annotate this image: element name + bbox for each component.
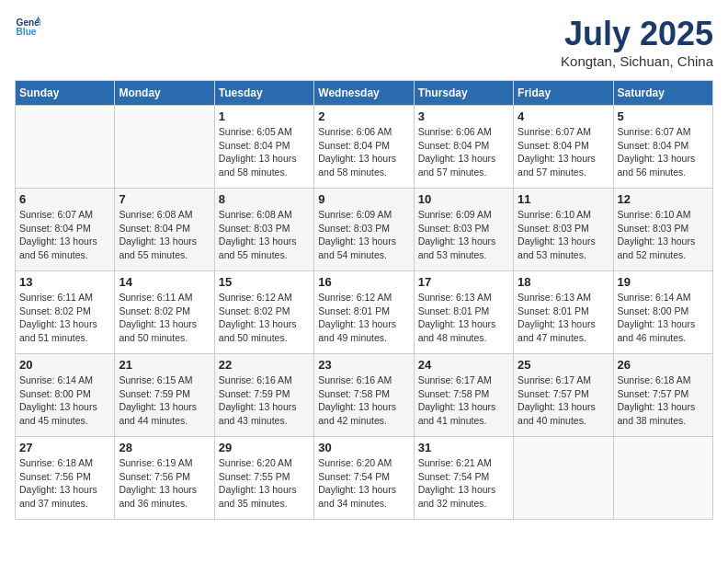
week-row-2: 6 Sunrise: 6:07 AMSunset: 8:04 PMDayligh…: [16, 189, 713, 271]
day-info: Sunrise: 6:09 AMSunset: 8:03 PMDaylight:…: [418, 209, 496, 260]
day-number: 12: [618, 192, 709, 206]
day-info: Sunrise: 6:18 AMSunset: 7:56 PMDaylight:…: [19, 457, 97, 509]
day-cell: 1 Sunrise: 6:05 AMSunset: 8:04 PMDayligh…: [214, 106, 313, 189]
day-info: Sunrise: 6:10 AMSunset: 8:03 PMDaylight:…: [618, 209, 696, 260]
day-info: Sunrise: 6:14 AMSunset: 8:00 PMDaylight:…: [19, 374, 97, 426]
day-number: 2: [318, 109, 409, 123]
day-number: 7: [119, 192, 210, 206]
day-cell: 29 Sunrise: 6:20 AMSunset: 7:55 PMDaylig…: [214, 437, 313, 520]
day-number: 14: [119, 275, 210, 289]
day-info: Sunrise: 6:06 AMSunset: 8:04 PMDaylight:…: [318, 126, 396, 178]
day-cell: 4 Sunrise: 6:07 AMSunset: 8:04 PMDayligh…: [514, 106, 613, 189]
day-info: Sunrise: 6:21 AMSunset: 7:54 PMDaylight:…: [418, 457, 496, 509]
day-cell: 12 Sunrise: 6:10 AMSunset: 8:03 PMDaylig…: [613, 189, 712, 271]
day-info: Sunrise: 6:07 AMSunset: 8:04 PMDaylight:…: [19, 209, 97, 260]
day-info: Sunrise: 6:13 AMSunset: 8:01 PMDaylight:…: [418, 292, 496, 343]
day-number: 8: [219, 192, 310, 206]
day-cell: 16 Sunrise: 6:12 AMSunset: 8:01 PMDaylig…: [314, 271, 414, 354]
day-cell: 3 Sunrise: 6:06 AMSunset: 8:04 PMDayligh…: [414, 106, 513, 189]
day-info: Sunrise: 6:15 AMSunset: 7:59 PMDaylight:…: [119, 374, 197, 426]
logo: General Blue: [15, 15, 40, 40]
day-cell: 15 Sunrise: 6:12 AMSunset: 8:02 PMDaylig…: [214, 271, 313, 354]
day-cell: 5 Sunrise: 6:07 AMSunset: 8:04 PMDayligh…: [613, 106, 712, 189]
day-info: Sunrise: 6:18 AMSunset: 7:57 PMDaylight:…: [618, 374, 696, 426]
day-number: 4: [518, 109, 609, 123]
day-info: Sunrise: 6:07 AMSunset: 8:04 PMDaylight:…: [518, 126, 596, 178]
day-info: Sunrise: 6:11 AMSunset: 8:02 PMDaylight:…: [19, 292, 97, 343]
day-number: 21: [119, 358, 210, 372]
day-number: 11: [518, 192, 609, 206]
day-number: 18: [518, 275, 609, 289]
day-cell: 9 Sunrise: 6:09 AMSunset: 8:03 PMDayligh…: [314, 189, 414, 271]
day-number: 26: [618, 358, 709, 372]
day-cell: 21 Sunrise: 6:15 AMSunset: 7:59 PMDaylig…: [115, 354, 214, 437]
month-title: July 2025: [561, 15, 713, 53]
day-cell: 8 Sunrise: 6:08 AMSunset: 8:03 PMDayligh…: [214, 189, 313, 271]
day-cell: 11 Sunrise: 6:10 AMSunset: 8:03 PMDaylig…: [514, 189, 613, 271]
title-block: July 2025 Kongtan, Sichuan, China: [561, 15, 713, 69]
day-cell: 17 Sunrise: 6:13 AMSunset: 8:01 PMDaylig…: [414, 271, 513, 354]
calendar-body: 1 Sunrise: 6:05 AMSunset: 8:04 PMDayligh…: [16, 106, 713, 520]
day-cell: 7 Sunrise: 6:08 AMSunset: 8:04 PMDayligh…: [115, 189, 214, 271]
day-cell: 24 Sunrise: 6:17 AMSunset: 7:58 PMDaylig…: [414, 354, 513, 437]
day-info: Sunrise: 6:08 AMSunset: 8:04 PMDaylight:…: [119, 209, 197, 260]
week-row-1: 1 Sunrise: 6:05 AMSunset: 8:04 PMDayligh…: [16, 106, 713, 189]
calendar-table: SundayMondayTuesdayWednesdayThursdayFrid…: [15, 80, 713, 520]
day-number: 22: [219, 358, 310, 372]
day-number: 16: [318, 275, 409, 289]
day-cell: [613, 437, 712, 520]
day-number: 29: [219, 441, 310, 454]
day-number: 19: [618, 275, 709, 289]
day-number: 13: [19, 275, 110, 289]
day-info: Sunrise: 6:14 AMSunset: 8:00 PMDaylight:…: [618, 292, 696, 343]
day-cell: 31 Sunrise: 6:21 AMSunset: 7:54 PMDaylig…: [414, 437, 513, 520]
weekday-sunday: Sunday: [16, 81, 115, 106]
day-cell: 23 Sunrise: 6:16 AMSunset: 7:58 PMDaylig…: [314, 354, 414, 437]
day-info: Sunrise: 6:08 AMSunset: 8:03 PMDaylight:…: [219, 209, 297, 260]
day-cell: 18 Sunrise: 6:13 AMSunset: 8:01 PMDaylig…: [514, 271, 613, 354]
day-info: Sunrise: 6:17 AMSunset: 7:57 PMDaylight:…: [518, 374, 596, 426]
day-number: 20: [19, 358, 110, 372]
day-cell: 22 Sunrise: 6:16 AMSunset: 7:59 PMDaylig…: [214, 354, 313, 437]
day-info: Sunrise: 6:20 AMSunset: 7:55 PMDaylight:…: [219, 457, 297, 509]
day-cell: 13 Sunrise: 6:11 AMSunset: 8:02 PMDaylig…: [16, 271, 115, 354]
weekday-tuesday: Tuesday: [214, 81, 313, 106]
day-info: Sunrise: 6:05 AMSunset: 8:04 PMDaylight:…: [219, 126, 297, 178]
logo-icon: General Blue: [15, 15, 40, 40]
day-info: Sunrise: 6:12 AMSunset: 8:02 PMDaylight:…: [219, 292, 297, 343]
day-info: Sunrise: 6:17 AMSunset: 7:58 PMDaylight:…: [418, 374, 496, 426]
weekday-monday: Monday: [115, 81, 214, 106]
day-number: 25: [518, 358, 609, 372]
day-cell: 10 Sunrise: 6:09 AMSunset: 8:03 PMDaylig…: [414, 189, 513, 271]
svg-text:Blue: Blue: [17, 27, 37, 37]
day-cell: 20 Sunrise: 6:14 AMSunset: 8:00 PMDaylig…: [16, 354, 115, 437]
weekday-saturday: Saturday: [613, 81, 712, 106]
week-row-4: 20 Sunrise: 6:14 AMSunset: 8:00 PMDaylig…: [16, 354, 713, 437]
day-info: Sunrise: 6:12 AMSunset: 8:01 PMDaylight:…: [318, 292, 396, 343]
day-number: 31: [418, 441, 509, 454]
page-header: General Blue July 2025 Kongtan, Sichuan,…: [15, 15, 713, 69]
day-info: Sunrise: 6:19 AMSunset: 7:56 PMDaylight:…: [119, 457, 197, 509]
day-number: 5: [618, 109, 709, 123]
weekday-wednesday: Wednesday: [314, 81, 414, 106]
weekday-friday: Friday: [514, 81, 613, 106]
day-cell: 25 Sunrise: 6:17 AMSunset: 7:57 PMDaylig…: [514, 354, 613, 437]
day-cell: 26 Sunrise: 6:18 AMSunset: 7:57 PMDaylig…: [613, 354, 712, 437]
day-number: 28: [119, 441, 210, 454]
day-number: 6: [19, 192, 110, 206]
day-number: 23: [318, 358, 409, 372]
day-cell: 27 Sunrise: 6:18 AMSunset: 7:56 PMDaylig…: [16, 437, 115, 520]
day-number: 1: [219, 109, 310, 123]
day-info: Sunrise: 6:06 AMSunset: 8:04 PMDaylight:…: [418, 126, 496, 178]
day-number: 17: [418, 275, 509, 289]
day-info: Sunrise: 6:09 AMSunset: 8:03 PMDaylight:…: [318, 209, 396, 260]
week-row-5: 27 Sunrise: 6:18 AMSunset: 7:56 PMDaylig…: [16, 437, 713, 520]
day-cell: 14 Sunrise: 6:11 AMSunset: 8:02 PMDaylig…: [115, 271, 214, 354]
day-info: Sunrise: 6:20 AMSunset: 7:54 PMDaylight:…: [318, 457, 396, 509]
day-cell: 28 Sunrise: 6:19 AMSunset: 7:56 PMDaylig…: [115, 437, 214, 520]
day-info: Sunrise: 6:16 AMSunset: 7:59 PMDaylight:…: [219, 374, 297, 426]
day-info: Sunrise: 6:11 AMSunset: 8:02 PMDaylight:…: [119, 292, 197, 343]
day-number: 24: [418, 358, 509, 372]
day-cell: 19 Sunrise: 6:14 AMSunset: 8:00 PMDaylig…: [613, 271, 712, 354]
day-number: 30: [318, 441, 409, 454]
